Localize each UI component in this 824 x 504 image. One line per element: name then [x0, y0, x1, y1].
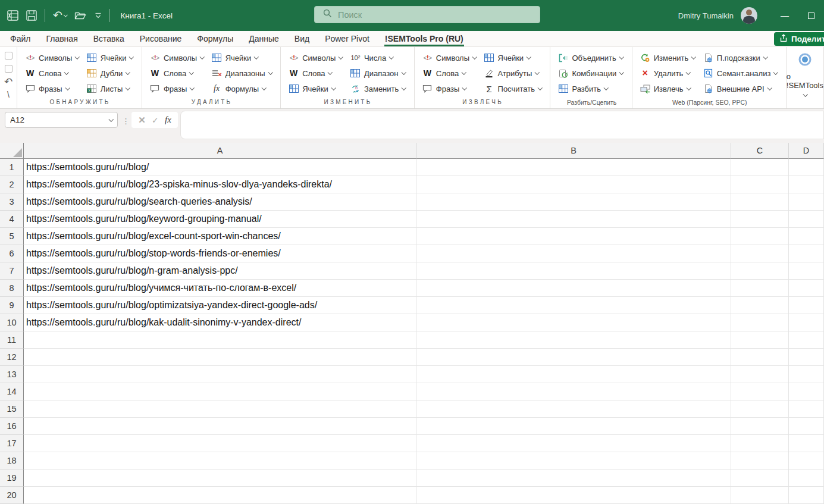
ribbon-button-split-merge[interactable]: Объединить	[556, 50, 626, 65]
cell-D15[interactable]	[789, 400, 824, 418]
ribbon-button-change-symbols[interactable]: <!>Символы	[287, 50, 346, 65]
cell-B3[interactable]	[416, 193, 731, 211]
cell-D2[interactable]	[789, 176, 824, 193]
tab-power-pivot[interactable]: Power Pivot	[317, 31, 377, 46]
user-avatar[interactable]	[741, 7, 757, 24]
cell-C20[interactable]	[731, 487, 789, 504]
cell-D6[interactable]	[789, 245, 824, 262]
name-box-input[interactable]	[10, 115, 99, 124]
cell-B18[interactable]	[416, 452, 731, 469]
row-header-11[interactable]: 11	[0, 331, 24, 349]
ribbon-button-detect-sheets[interactable]: xЛисты	[85, 81, 137, 96]
row-header-14[interactable]: 14	[0, 383, 24, 400]
ribbon-button-web-delete[interactable]: ×Удалить	[638, 65, 699, 81]
cell-C15[interactable]	[731, 400, 789, 418]
cell-B10[interactable]	[416, 314, 731, 331]
cell-D17[interactable]	[789, 435, 824, 452]
cell-B5[interactable]	[416, 228, 731, 245]
cell-B20[interactable]	[416, 487, 731, 504]
enter-check-icon[interactable]: ✓	[152, 115, 159, 125]
cell-D19[interactable]	[789, 469, 824, 487]
user-name[interactable]: Dmitry Tumaikin	[678, 11, 734, 20]
column-header-C[interactable]: C	[731, 143, 789, 159]
row-header-1[interactable]: 1	[0, 159, 24, 176]
ribbon-button-web-external-api[interactable]: Внешние API	[701, 81, 781, 96]
cell-B1[interactable]	[416, 159, 731, 176]
cell-B7[interactable]	[416, 262, 731, 280]
row-header-8[interactable]: 8	[0, 280, 24, 297]
cell-A19[interactable]	[24, 469, 416, 487]
customize-qat-button[interactable]	[95, 12, 102, 19]
ribbon-button-extract-count[interactable]: ΣПосчитать	[483, 81, 546, 96]
undo-button[interactable]: ↶	[53, 10, 67, 21]
row-header-20[interactable]: 20	[0, 487, 24, 504]
ribbon-button-delete-phrases[interactable]: Фразы	[148, 81, 208, 96]
cell-B13[interactable]	[416, 366, 731, 383]
ribbon-button-change-replace[interactable]: bcЗаменить	[349, 81, 409, 96]
cell-A15[interactable]	[24, 400, 416, 418]
tab-вид[interactable]: Вид	[287, 31, 317, 46]
cell-A14[interactable]	[24, 383, 416, 400]
cancel-icon[interactable]: ✕	[138, 115, 146, 126]
cell-B15[interactable]	[416, 400, 731, 418]
cell-A2[interactable]: https://semtools.guru/ru/blog/23-spiska-…	[24, 176, 416, 193]
cell-A16[interactable]	[24, 418, 416, 435]
tab-вставка[interactable]: Вставка	[86, 31, 132, 46]
ribbon-button-change-range[interactable]: Диапазон	[349, 65, 409, 81]
insert-function-icon[interactable]: fx	[165, 115, 171, 125]
column-header-B[interactable]: B	[416, 143, 731, 159]
row-header-15[interactable]: 15	[0, 400, 24, 418]
ribbon-button-change-words[interactable]: WСлова	[287, 65, 346, 81]
ribbon-checkbox-2[interactable]	[5, 65, 12, 73]
cell-C13[interactable]	[731, 366, 789, 383]
ribbon-button-split-split[interactable]: Разбить	[556, 81, 626, 96]
cell-D12[interactable]	[789, 349, 824, 366]
cell-D7[interactable]	[789, 262, 824, 280]
cell-B16[interactable]	[416, 418, 731, 435]
ribbon-button-detect-words[interactable]: WСлова	[23, 65, 83, 81]
formula-bar-drag-handle[interactable]: ⋮	[122, 117, 130, 126]
cell-B17[interactable]	[416, 435, 731, 452]
cell-D10[interactable]	[789, 314, 824, 331]
maximize-button[interactable]	[798, 0, 824, 31]
ribbon-button-delete-words[interactable]: WСлова	[148, 65, 208, 81]
cell-C4[interactable]	[731, 211, 789, 228]
row-header-17[interactable]: 17	[0, 435, 24, 452]
cell-D4[interactable]	[789, 211, 824, 228]
row-header-19[interactable]: 19	[0, 469, 24, 487]
cell-D8[interactable]	[789, 280, 824, 297]
formula-field[interactable]	[180, 111, 824, 139]
ribbon-button-detect-duplicates[interactable]: Дубли	[85, 65, 137, 81]
cell-C18[interactable]	[731, 452, 789, 469]
cell-B8[interactable]	[416, 280, 731, 297]
name-box[interactable]	[5, 112, 118, 128]
ribbon-button-web-hints[interactable]: П.подсказки	[701, 50, 781, 65]
cell-D14[interactable]	[789, 383, 824, 400]
tab-главная[interactable]: Главная	[38, 31, 85, 46]
ribbon-button-detect-symbols[interactable]: <!>Символы	[23, 50, 83, 65]
cell-A13[interactable]	[24, 366, 416, 383]
search-input[interactable]	[338, 10, 505, 20]
cell-C7[interactable]	[731, 262, 789, 280]
row-header-7[interactable]: 7	[0, 262, 24, 280]
cell-A1[interactable]: https://semtools.guru/ru/blog/	[24, 159, 416, 176]
column-header-A[interactable]: A	[24, 143, 416, 159]
row-header-5[interactable]: 5	[0, 228, 24, 245]
cell-C10[interactable]	[731, 314, 789, 331]
cell-C12[interactable]	[731, 349, 789, 366]
ribbon-button-extract-symbols[interactable]: <!>Символы	[421, 50, 480, 65]
tab--semtools-pro-ru-[interactable]: !SEMTools Pro (RU)	[377, 31, 471, 46]
cell-C9[interactable]	[731, 297, 789, 314]
cell-B9[interactable]	[416, 297, 731, 314]
cell-B11[interactable]	[416, 331, 731, 349]
cell-C5[interactable]	[731, 228, 789, 245]
cell-D3[interactable]	[789, 193, 824, 211]
column-header-D[interactable]: D	[789, 143, 824, 159]
ribbon-button-delete-ranges[interactable]: ×Диапазоны	[210, 65, 276, 81]
row-header-12[interactable]: 12	[0, 349, 24, 366]
cell-A5[interactable]: https://semtools.guru/ru/blog/excel-coun…	[24, 228, 416, 245]
cell-A4[interactable]: https://semtools.guru/ru/blog/keyword-gr…	[24, 211, 416, 228]
cell-A8[interactable]: https://semtools.guru/ru/blog/учимся-чит…	[24, 280, 416, 297]
save-button[interactable]	[26, 10, 37, 21]
cell-D16[interactable]	[789, 418, 824, 435]
